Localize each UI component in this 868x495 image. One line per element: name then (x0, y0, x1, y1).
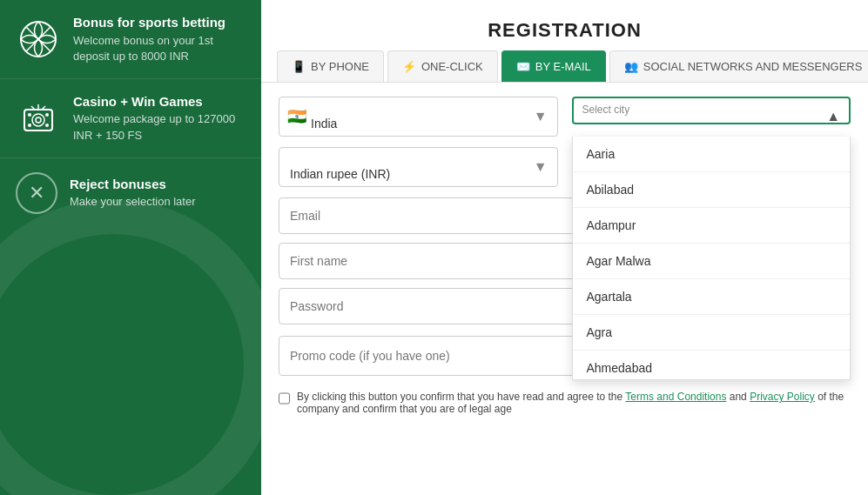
country-select-wrapper: 🇮🇳 India ▼ (279, 97, 558, 137)
sidebar-item-casino[interactable]: Casino + Win Games Welcome package up to… (0, 79, 261, 158)
svg-point-5 (45, 113, 49, 117)
tab-oneclick-label: ONE-CLICK (421, 60, 483, 73)
svg-point-3 (36, 117, 41, 123)
svg-point-6 (28, 124, 31, 127)
city-option[interactable]: Ahmedabad (573, 351, 851, 380)
currency-select-wrapper: Indian rupee (INR) ▼ (279, 147, 558, 187)
tab-email-label: BY E-MAIL (535, 60, 591, 73)
tab-social-label: SOCIAL NETWORKS AND MESSENGERS (643, 60, 863, 73)
currency-select[interactable]: Indian rupee (INR) (279, 147, 558, 187)
social-icon: 👥 (624, 60, 638, 73)
sports-bonus-title: Bonus for sports betting (73, 14, 246, 31)
city-option[interactable]: Agra (573, 315, 851, 351)
registration-tabs: 📱 BY PHONE ⚡ ONE-CLICK ✉️ BY E-MAIL 👥 SO… (261, 50, 868, 83)
oneclick-icon: ⚡ (402, 60, 416, 73)
terms-link[interactable]: Terms and Conditions (625, 391, 726, 403)
currency-group: Select currency Indian rupee (INR) ▼ (279, 147, 558, 187)
terms-row: By clicking this button you confirm that… (279, 387, 851, 418)
casino-title: Casino + Win Games (73, 93, 246, 110)
reject-subtitle: Make your selection later (70, 194, 196, 210)
sports-bonus-text: Bonus for sports betting Welcome bonus o… (73, 14, 246, 64)
svg-point-4 (28, 113, 31, 117)
phone-icon: 📱 (292, 60, 306, 73)
city-option[interactable]: Aaria (573, 137, 851, 172)
country-city-row: Select country 🇮🇳 India ▼ Select city ▲ … (279, 97, 851, 137)
svg-rect-1 (24, 110, 52, 130)
tab-email[interactable]: ✉️ BY E-MAIL (501, 50, 606, 82)
svg-point-7 (45, 124, 49, 127)
city-option[interactable]: Agar Malwa (573, 244, 851, 279)
sports-bonus-icon (16, 17, 61, 62)
sidebar-item-sports-bonus[interactable]: Bonus for sports betting Welcome bonus o… (0, 0, 261, 79)
city-chevron-icon: ▲ (826, 109, 840, 124)
tab-oneclick[interactable]: ⚡ ONE-CLICK (387, 50, 498, 82)
city-label: Select city (582, 104, 630, 116)
tab-phone[interactable]: 📱 BY PHONE (277, 50, 384, 82)
country-select[interactable]: India (279, 97, 558, 137)
terms-checkbox[interactable] (279, 392, 290, 405)
city-group: Select city ▲ AariaAbilabadAdampurAgar M… (572, 97, 851, 137)
casino-text: Casino + Win Games Welcome package up to… (73, 93, 246, 144)
registration-title: REGISTRATION (261, 0, 868, 50)
country-group: Select country 🇮🇳 India ▼ (279, 97, 558, 137)
sports-bonus-subtitle: Welcome bonus on your 1st deposit up to … (73, 33, 246, 64)
casino-subtitle: Welcome package up to 127000 INR + 150 F… (73, 111, 246, 143)
sidebar: Bonus for sports betting Welcome bonus o… (0, 0, 261, 495)
sidebar-item-reject[interactable]: ✕ Reject bonuses Make your selection lat… (0, 158, 261, 228)
reject-text: Reject bonuses Make your selection later (70, 176, 196, 211)
terms-text: By clicking this button you confirm that… (297, 391, 851, 415)
reject-title: Reject bonuses (70, 176, 196, 193)
registration-form: Select country 🇮🇳 India ▼ Select city ▲ … (261, 83, 868, 495)
svg-point-2 (32, 114, 44, 126)
city-option[interactable]: Adampur (573, 208, 851, 244)
main-content: REGISTRATION 📱 BY PHONE ⚡ ONE-CLICK ✉️ B… (261, 0, 868, 495)
tab-social[interactable]: 👥 SOCIAL NETWORKS AND MESSENGERS (609, 50, 868, 82)
tab-phone-label: BY PHONE (311, 60, 369, 73)
privacy-link[interactable]: Privacy Policy (750, 391, 815, 403)
city-dropdown-list: AariaAbilabadAdampurAgar MalwaAgartalaAg… (572, 137, 851, 380)
email-tab-icon: ✉️ (516, 60, 530, 73)
city-option[interactable]: Agartala (573, 279, 851, 315)
reject-icon: ✕ (16, 172, 57, 214)
casino-icon (16, 96, 61, 141)
city-option[interactable]: Abilabad (573, 172, 851, 208)
